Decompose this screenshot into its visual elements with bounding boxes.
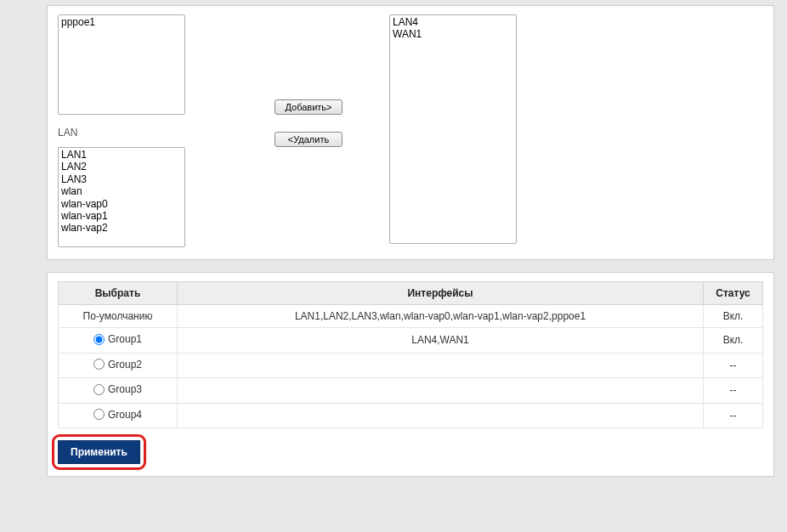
list-option[interactable]: WAN1: [391, 28, 515, 40]
groups-table: Выбрать Интерфейсы Статус По-умолчаниюLA…: [58, 281, 763, 428]
wan-listbox[interactable]: pppoe1: [58, 14, 185, 115]
col-select: Выбрать: [59, 282, 178, 305]
group-label: Group4: [108, 409, 142, 421]
list-option[interactable]: LAN1: [59, 149, 184, 161]
lan-listbox[interactable]: LAN1LAN2LAN3wlanwlan-vap0wlan-vap1wlan-v…: [58, 147, 185, 247]
row-status: --: [704, 353, 763, 378]
groups-panel: Выбрать Интерфейсы Статус По-умолчаниюLA…: [47, 272, 774, 477]
row-interfaces: LAN4,WAN1: [178, 328, 704, 354]
list-option[interactable]: LAN3: [59, 173, 184, 185]
group-radio-label[interactable]: Group2: [93, 359, 142, 371]
row-status: --: [704, 378, 763, 404]
row-select-cell: По-умолчанию: [59, 305, 178, 328]
row-status: --: [704, 403, 763, 428]
group-radio[interactable]: [93, 384, 105, 395]
list-option[interactable]: wlan-vap2: [59, 222, 184, 234]
list-option[interactable]: pppoe1: [59, 16, 184, 28]
list-option[interactable]: LAN2: [59, 161, 184, 173]
table-row: Group4--: [59, 403, 763, 428]
lan-section-label: LAN: [58, 127, 228, 139]
group-radio[interactable]: [93, 359, 105, 370]
row-interfaces: [178, 353, 704, 378]
col-status: Статус: [704, 282, 763, 305]
group-radio[interactable]: [93, 334, 105, 345]
row-interfaces: [178, 403, 704, 428]
list-option[interactable]: wlan-vap1: [59, 210, 184, 222]
row-status: Вкл.: [704, 328, 763, 354]
group-radio-label[interactable]: Group3: [93, 383, 142, 395]
group-radio[interactable]: [93, 409, 105, 420]
group-radio-label[interactable]: Group1: [93, 333, 142, 345]
add-button[interactable]: Добавить>: [275, 99, 343, 115]
row-select-cell: Group1: [59, 328, 178, 354]
remove-button[interactable]: <Удалить: [275, 132, 343, 147]
interface-picker-panel: pppoe1 LAN LAN1LAN2LAN3wlanwlan-vap0wlan…: [47, 5, 774, 260]
row-status: Вкл.: [704, 305, 763, 328]
row-select-cell: Group3: [59, 378, 178, 404]
group-label: Group1: [108, 333, 142, 345]
group-radio-label[interactable]: Group4: [93, 409, 142, 421]
table-row: Group1LAN4,WAN1Вкл.: [59, 328, 763, 354]
table-row: По-умолчаниюLAN1,LAN2,LAN3,wlan,wlan-vap…: [59, 305, 763, 328]
apply-button[interactable]: Применить: [58, 440, 140, 464]
row-select-cell: Group2: [59, 353, 178, 378]
list-option[interactable]: wlan: [59, 185, 184, 197]
selected-listbox[interactable]: LAN4WAN1: [389, 14, 517, 244]
row-select-cell: Group4: [59, 403, 178, 428]
list-option[interactable]: wlan-vap0: [59, 198, 184, 210]
group-label: Group3: [108, 383, 142, 395]
table-row: Group2--: [59, 353, 763, 378]
col-interfaces: Интерфейсы: [178, 282, 704, 305]
table-row: Group3--: [59, 378, 763, 404]
row-interfaces: [178, 378, 704, 404]
row-interfaces: LAN1,LAN2,LAN3,wlan,wlan-vap0,wlan-vap1,…: [178, 305, 704, 328]
group-label: Group2: [108, 359, 142, 371]
list-option[interactable]: LAN4: [391, 16, 515, 28]
